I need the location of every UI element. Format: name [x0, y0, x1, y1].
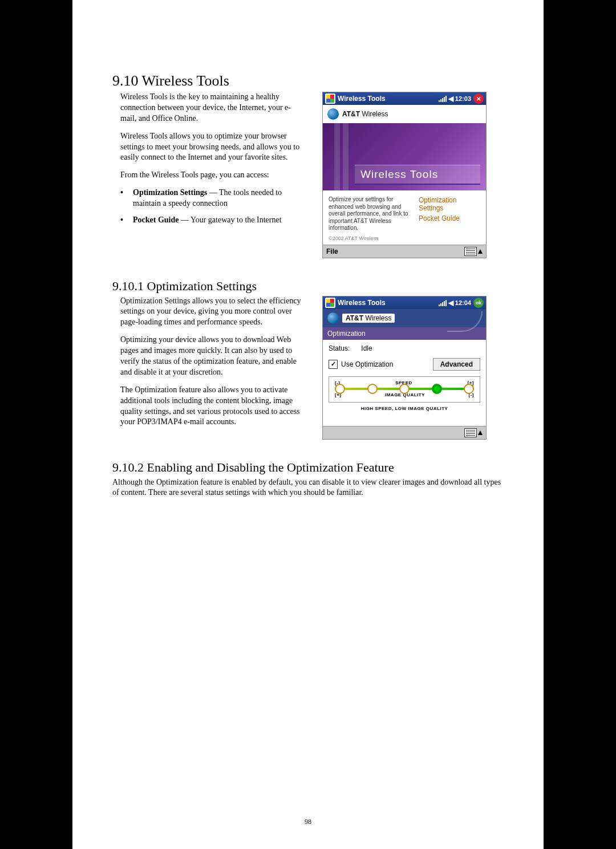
bullet-list: Optimization Settings — The tools needed…: [112, 188, 306, 226]
brand-row: AT&T Wireless: [323, 309, 486, 327]
slider-stop[interactable]: [464, 384, 474, 394]
checkbox-label: Use Optimization: [341, 360, 393, 368]
paragraph: Optimizing your device allows you to dow…: [120, 335, 306, 378]
signal-icon: [439, 299, 447, 306]
windows-flag-icon: [325, 298, 335, 308]
titlebar: Wireless Tools ◀ 12:04 ok: [323, 296, 486, 309]
optimization-body: Status: Idle ✓ Use Optimization Advanced…: [323, 340, 486, 416]
window-title: Wireless Tools: [338, 299, 386, 307]
bullet-item: Pocket Guide — Your gateway to the Inter…: [112, 215, 306, 226]
document-page: 9.10 Wireless Tools Wireless Tools is th…: [72, 0, 544, 849]
section-9-10-screenshot-column: Wireless Tools ◀ 12:03 ✕ AT&T Wireless W…: [322, 92, 493, 258]
status-row: Status: Idle: [329, 344, 480, 352]
clock: 12:03: [455, 95, 471, 102]
device-screenshot-optimization: Wireless Tools ◀ 12:04 ok AT&T Wireless …: [322, 296, 487, 440]
content-row: Optimize your settings for enhanced web …: [323, 190, 486, 235]
keyboard-icon: [464, 428, 477, 437]
speaker-icon: ◀: [448, 95, 453, 103]
status-value: Idle: [361, 344, 372, 352]
heading-9-10: 9.10 Wireless Tools: [112, 72, 504, 90]
slider-stop[interactable]: [399, 384, 410, 394]
heading-9-10-1: 9.10.1 Optimization Settings: [112, 279, 504, 294]
menubar: [323, 426, 486, 439]
section-9-10-1-columns: Optimization Settings allows you to sele…: [112, 296, 504, 440]
windows-flag-icon: [325, 94, 335, 104]
slider-box: [-] SPEED [+]: [329, 376, 480, 403]
status-icons: ◀ 12:04: [439, 299, 471, 307]
bullet-term: Optimization Settings: [133, 188, 207, 197]
file-menu[interactable]: File: [326, 247, 338, 255]
slider-stop[interactable]: [367, 384, 378, 394]
titlebar: Wireless Tools ◀ 12:03 ✕: [323, 92, 486, 105]
paragraph: From the Wireless Tools page, you can ac…: [120, 170, 306, 181]
heading-9-10-2: 9.10.2 Enabling and Disabling the Optimi…: [112, 460, 504, 475]
banner-title: Wireless Tools: [355, 165, 480, 185]
window-title: Wireless Tools: [338, 95, 386, 103]
section-9-10-text-column: Wireless Tools is the key to maintaining…: [112, 92, 306, 233]
slider-stop[interactable]: [335, 384, 345, 394]
brand-text: AT&T Wireless: [342, 314, 395, 323]
bullet-rest: — Your gateway to the Internet: [179, 216, 282, 224]
chevron-up-icon: [478, 430, 483, 435]
page-number: 98: [72, 818, 544, 826]
clock: 12:04: [455, 299, 471, 306]
checkbox-row: ✓ Use Optimization Advanced: [329, 358, 480, 371]
globe-icon: [327, 312, 339, 324]
links-column: Optimization Settings Pocket Guide: [419, 196, 480, 232]
device-screenshot-wireless-tools: Wireless Tools ◀ 12:03 ✕ AT&T Wireless W…: [322, 92, 487, 258]
paragraph: The Optimization feature also allows you…: [120, 385, 306, 428]
banner: Wireless Tools: [323, 123, 486, 190]
section-9-10-1-text-column: Optimization Settings allows you to sele…: [112, 296, 306, 435]
globe-icon: [327, 108, 339, 120]
signal-icon: [439, 95, 447, 102]
slider-track[interactable]: [335, 388, 474, 390]
copyright: ©2002 AT&T Wireless: [323, 235, 486, 245]
close-button[interactable]: ✕: [473, 94, 484, 104]
speaker-icon: ◀: [448, 299, 453, 307]
bullet-term: Pocket Guide: [133, 216, 179, 224]
bullet-item: Optimization Settings — The tools needed…: [112, 188, 306, 209]
keyboard-icon: [464, 247, 477, 256]
ok-button[interactable]: ok: [473, 298, 484, 308]
advanced-button[interactable]: Advanced: [433, 358, 480, 371]
status-label: Status:: [329, 344, 359, 352]
section-9-10-1-screenshot-column: Wireless Tools ◀ 12:04 ok AT&T Wireless …: [322, 296, 493, 440]
paragraph: Wireless Tools allows you to optimize yo…: [120, 131, 306, 164]
brand-row: AT&T Wireless: [323, 105, 486, 123]
status-icons: ◀ 12:03: [439, 95, 471, 103]
link-optimization-settings[interactable]: Optimization Settings: [419, 196, 480, 212]
sip-toggle[interactable]: [464, 428, 483, 437]
paragraph: Optimization Settings allows you to sele…: [120, 296, 306, 328]
paragraph: Although the Optimization feature is ena…: [112, 477, 504, 499]
link-pocket-guide[interactable]: Pocket Guide: [419, 214, 480, 222]
slider-caption: HIGH SPEED, LOW IMAGE QUALITY: [329, 406, 480, 411]
use-optimization-checkbox[interactable]: ✓: [329, 360, 338, 369]
menubar: File: [323, 245, 486, 258]
chevron-up-icon: [478, 249, 483, 254]
brand-text: AT&T Wireless: [342, 110, 388, 118]
section-9-10-columns: Wireless Tools is the key to maintaining…: [112, 92, 504, 258]
paragraph: Wireless Tools is the key to maintaining…: [120, 92, 306, 124]
slider-stop-active[interactable]: [432, 384, 442, 394]
sip-toggle[interactable]: [464, 247, 483, 256]
blurb-text: Optimize your settings for enhanced web …: [329, 196, 413, 232]
